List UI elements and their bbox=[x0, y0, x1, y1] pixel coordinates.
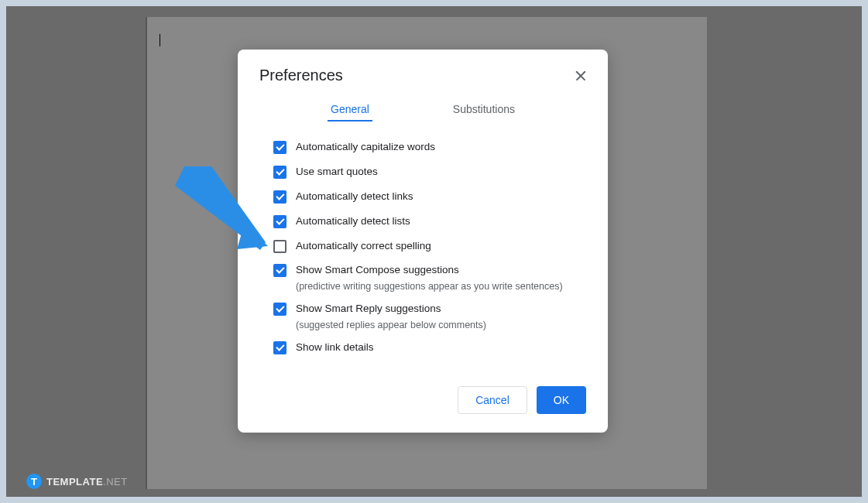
dialog-header: Preferences bbox=[259, 67, 586, 84]
dialog-title: Preferences bbox=[259, 67, 343, 84]
checkbox-smart-quotes[interactable] bbox=[273, 166, 286, 179]
option-detect-links: Automatically detect links bbox=[273, 190, 586, 204]
ok-button[interactable]: OK bbox=[537, 386, 586, 414]
watermark: T TEMPLATE.NET bbox=[26, 474, 128, 489]
checkbox-smart-reply[interactable] bbox=[273, 303, 286, 316]
option-capitalize: Automatically capitalize words bbox=[273, 140, 586, 155]
option-label: Automatically detect lists bbox=[296, 214, 410, 229]
option-label: Show link details bbox=[296, 340, 374, 355]
close-icon[interactable] bbox=[575, 70, 586, 81]
watermark-icon: T bbox=[26, 474, 42, 489]
option-smart-quotes: Use smart quotes bbox=[273, 165, 586, 180]
preferences-dialog: Preferences General Substitutions Automa… bbox=[238, 50, 608, 433]
option-link-details: Show link details bbox=[273, 340, 586, 355]
cancel-button[interactable]: Cancel bbox=[458, 386, 527, 414]
checkbox-capitalize[interactable] bbox=[273, 141, 286, 154]
option-label: Automatically capitalize words bbox=[296, 140, 435, 155]
checkbox-detect-links[interactable] bbox=[273, 190, 286, 204]
option-label: Automatically detect links bbox=[296, 190, 413, 204]
option-smart-compose: Show Smart Compose suggestions (predicti… bbox=[273, 263, 586, 292]
checkbox-detect-lists[interactable] bbox=[273, 215, 286, 228]
option-label: Show Smart Reply suggestions bbox=[296, 302, 486, 317]
option-label: Show Smart Compose suggestions bbox=[296, 263, 563, 278]
watermark-text: TEMPLATE.NET bbox=[46, 476, 128, 488]
checkbox-smart-compose[interactable] bbox=[273, 264, 286, 277]
option-smart-reply: Show Smart Reply suggestions (suggested … bbox=[273, 302, 586, 330]
tab-general[interactable]: General bbox=[328, 98, 372, 121]
option-desc: (predictive writing suggestions appear a… bbox=[296, 281, 563, 292]
option-desc: (suggested replies appear below comments… bbox=[296, 320, 486, 330]
dialog-footer: Cancel OK bbox=[259, 386, 586, 414]
option-label: Use smart quotes bbox=[296, 165, 378, 180]
option-correct-spelling: Automatically correct spelling bbox=[273, 239, 586, 254]
option-label: Automatically correct spelling bbox=[296, 239, 431, 254]
options-list: Automatically capitalize words Use smart… bbox=[259, 140, 586, 355]
dialog-tabs: General Substitutions bbox=[259, 98, 586, 121]
option-detect-lists: Automatically detect lists bbox=[273, 214, 586, 229]
checkbox-link-details[interactable] bbox=[273, 341, 286, 354]
checkbox-correct-spelling[interactable] bbox=[273, 240, 286, 253]
tab-substitutions[interactable]: Substitutions bbox=[450, 98, 518, 121]
text-cursor bbox=[160, 34, 160, 46]
